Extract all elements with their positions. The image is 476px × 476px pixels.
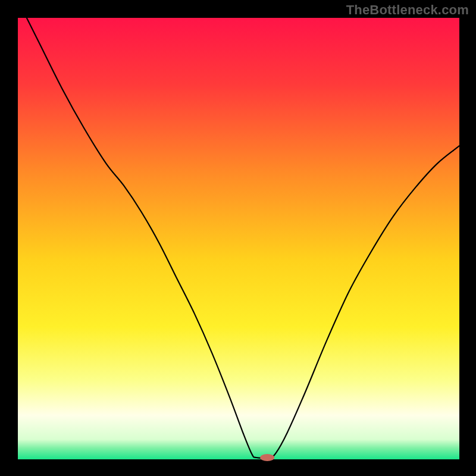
- optimum-marker: [260, 454, 274, 461]
- chart-svg: [0, 0, 476, 476]
- plot-background: [18, 18, 459, 459]
- watermark-text: TheBottleneck.com: [346, 2, 469, 18]
- chart-container: TheBottleneck.com: [0, 0, 476, 476]
